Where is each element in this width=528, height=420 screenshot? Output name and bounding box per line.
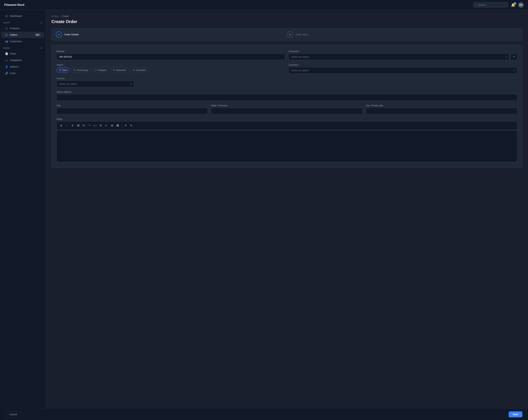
sidebar-item-authors[interactable]: 👤 Authors bbox=[1, 63, 44, 70]
sidebar-item-label: Orders bbox=[10, 34, 17, 36]
zip-label: Zip / Postal code bbox=[366, 104, 517, 107]
sidebar-item-label: Authors bbox=[10, 65, 18, 68]
street-input[interactable] bbox=[57, 94, 517, 101]
sidebar-item-categories[interactable]: 🗂 Categories bbox=[1, 57, 44, 63]
step-2-circle: 02 bbox=[287, 31, 293, 38]
currency-required: * bbox=[298, 63, 299, 66]
orders-badge: 197 bbox=[35, 34, 41, 36]
field-number: Number bbox=[57, 50, 285, 60]
breadcrumb-orders[interactable]: Orders bbox=[51, 15, 59, 17]
country-select[interactable]: Select an option bbox=[57, 81, 134, 87]
status-delivered-label: Delivered bbox=[116, 69, 126, 72]
customer-required: * bbox=[299, 50, 300, 53]
street-label: Street address bbox=[57, 91, 517, 93]
next-button[interactable]: Next bbox=[509, 411, 522, 417]
link-icon: 🔗 bbox=[5, 72, 8, 75]
status-required: * bbox=[63, 63, 64, 66]
status-shipped-button[interactable]: ⬡ Shipped bbox=[92, 67, 109, 73]
currency-select[interactable]: Select an option bbox=[289, 67, 517, 73]
sidebar-item-links[interactable]: 🔗 Links bbox=[1, 70, 44, 76]
cancel-button[interactable]: Cancel bbox=[6, 411, 21, 418]
notifications-bell[interactable]: 🔔 0 bbox=[511, 3, 515, 7]
customer-label: Customer* bbox=[289, 50, 517, 53]
customer-select-box: Select an option ∨ bbox=[289, 54, 509, 60]
customer-select-wrapper: Select an option ∨ + bbox=[289, 54, 517, 60]
sidebar-section-shop: Shop ∧ bbox=[0, 19, 46, 25]
notes-textarea[interactable] bbox=[57, 130, 517, 162]
toolbar-undo-button[interactable]: ↺ bbox=[123, 123, 128, 128]
sidebar-item-label: Links bbox=[10, 72, 16, 75]
search-icon: ⌕ bbox=[475, 3, 477, 6]
sidebar-item-products[interactable]: ◫ Products bbox=[1, 25, 44, 32]
row-number-customer: Number Customer* Select an option ∨ bbox=[57, 50, 517, 60]
status-shipped-label: Shipped bbox=[98, 69, 106, 72]
sidebar-item-orders[interactable]: 🛒 Orders 197 bbox=[1, 32, 44, 38]
number-input[interactable] bbox=[57, 54, 285, 60]
main-content: Orders › Create Create Order 01 Order De… bbox=[46, 10, 528, 408]
new-icon: ✦ bbox=[59, 69, 61, 72]
toolbar-strikethrough-button[interactable]: S bbox=[70, 123, 75, 128]
toolbar-divider bbox=[121, 124, 122, 127]
chevron-up-icon: ∧ bbox=[40, 47, 42, 49]
field-notes: Notes B I S ⛓ H₁ ❝ </> ☰ 1≡ ⊞ 🖼 ↺ ↻ bbox=[57, 118, 517, 162]
city-label: City bbox=[57, 104, 208, 107]
row-status-currency: Status* ✦ New ↻ Processing ⬡ bbox=[57, 63, 517, 73]
country-select-box: Select an option ∨ bbox=[57, 81, 134, 87]
field-city: City bbox=[57, 104, 208, 114]
sidebar-item-label: Posts bbox=[10, 52, 16, 55]
city-input[interactable] bbox=[57, 108, 208, 114]
field-zip: Zip / Postal code bbox=[366, 104, 517, 114]
sidebar-item-label: Categories bbox=[10, 59, 22, 61]
status-delivered-button[interactable]: ✔ Delivered bbox=[110, 67, 129, 73]
toolbar-code-button[interactable]: </> bbox=[93, 123, 97, 128]
sidebar-item-posts[interactable]: 📄 Posts bbox=[1, 50, 44, 57]
toolbar-link-button[interactable]: ⛓ bbox=[76, 123, 81, 128]
rich-toolbar: B I S ⛓ H₁ ❝ </> ☰ 1≡ ⊞ 🖼 ↺ ↻ bbox=[57, 121, 517, 129]
toolbar-image-button[interactable]: 🖼 bbox=[115, 123, 120, 128]
search-input[interactable] bbox=[478, 3, 506, 6]
file-icon: 📄 bbox=[5, 52, 8, 55]
toolbar-bullet-list-button[interactable]: ☰ bbox=[98, 123, 103, 128]
sidebar-item-customers[interactable]: 👥 Customers bbox=[1, 38, 44, 45]
search-box[interactable]: ⌕ bbox=[473, 2, 508, 8]
chevron-up-icon: ∧ bbox=[40, 22, 42, 24]
field-country: Country Select an option ∨ bbox=[57, 77, 517, 87]
user-avatar[interactable]: DU bbox=[518, 2, 524, 8]
box-icon: ◫ bbox=[5, 27, 8, 30]
status-processing-button[interactable]: ↻ Processing bbox=[71, 67, 91, 73]
status-new-button[interactable]: ✦ New bbox=[57, 67, 70, 73]
status-new-label: New bbox=[62, 69, 67, 72]
person-icon: 👤 bbox=[5, 65, 8, 68]
step-1: 01 Order Details bbox=[56, 31, 287, 38]
toolbar-h1-button[interactable]: H₁ bbox=[81, 123, 86, 128]
status-button-group: ✦ New ↻ Processing ⬡ Shipped ✔ bbox=[57, 67, 285, 73]
step-1-circle: 01 bbox=[56, 31, 62, 38]
topnav: Filament Nord ⌕ 🔔 0 DU bbox=[0, 0, 528, 10]
zip-input[interactable] bbox=[366, 108, 517, 114]
step-1-label: Order Details bbox=[64, 33, 79, 36]
toolbar-ordered-list-button[interactable]: 1≡ bbox=[104, 123, 109, 128]
sidebar-section-blog: Blog ∧ bbox=[0, 45, 46, 50]
cart-icon: 🛒 bbox=[5, 33, 8, 36]
users-icon: 👥 bbox=[5, 40, 8, 43]
customer-select[interactable]: Select an option bbox=[289, 54, 509, 60]
status-cancelled-button[interactable]: ✕ Cancelled bbox=[130, 67, 149, 73]
sidebar-item-label: Dashboard bbox=[10, 15, 22, 17]
page-title: Create Order bbox=[51, 19, 522, 24]
app-logo: Filament Nord bbox=[4, 3, 470, 7]
sidebar-item-label: Products bbox=[10, 27, 20, 30]
folder-icon: 🗂 bbox=[5, 59, 8, 62]
breadcrumb-sep: › bbox=[60, 15, 60, 17]
customer-add-button[interactable]: + bbox=[511, 54, 517, 60]
toolbar-blockquote-button[interactable]: ❝ bbox=[87, 123, 92, 128]
toolbar-bold-button[interactable]: B bbox=[59, 123, 64, 128]
toolbar-table-button[interactable]: ⊞ bbox=[109, 123, 114, 128]
toolbar-redo-button[interactable]: ↻ bbox=[129, 123, 133, 128]
sidebar-item-dashboard[interactable]: ⊞ Dashboard bbox=[1, 13, 44, 19]
step-bar: 01 Order Details 02 Order Items bbox=[51, 28, 522, 41]
form-card: Number Customer* Select an option ∨ bbox=[51, 45, 522, 168]
field-state: State / Province bbox=[211, 104, 362, 114]
state-input[interactable] bbox=[211, 108, 362, 114]
field-street: Street address bbox=[57, 91, 517, 101]
toolbar-italic-button[interactable]: I bbox=[64, 123, 69, 128]
